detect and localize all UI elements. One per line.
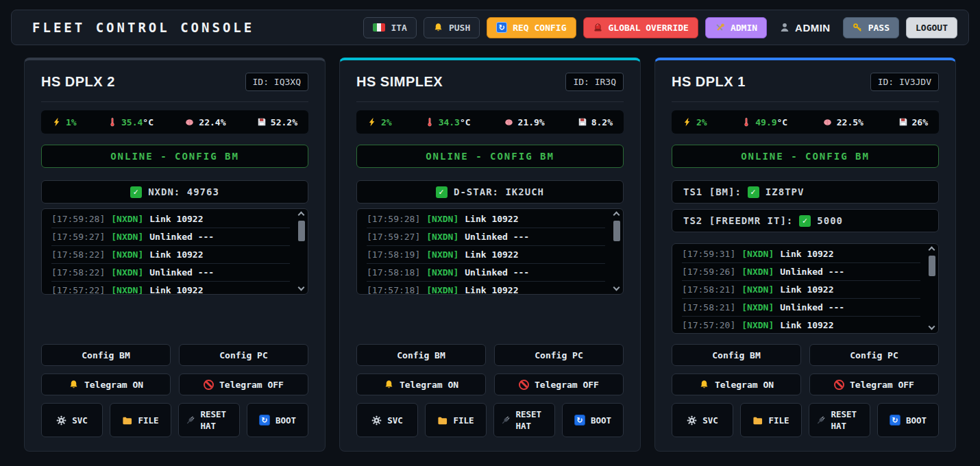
push-button[interactable]: PUSH xyxy=(424,17,480,38)
pass-button[interactable]: PASS xyxy=(843,17,899,38)
file-button[interactable]: FILE xyxy=(110,403,171,437)
log-row: [17:58:21][NXDN]Unlinked --- xyxy=(682,299,920,317)
boot-button[interactable]: BOOT xyxy=(877,403,939,437)
config-pc-button[interactable]: Config PC xyxy=(809,344,939,366)
lightning-icon xyxy=(52,117,62,127)
hotspot-card-hs-simplex: HS SIMPLEX ID: IR3Q 2% 34.3°C 21.9% 8.2%… xyxy=(339,58,641,452)
config-pc-button[interactable]: Config PC xyxy=(179,344,308,366)
brain-icon xyxy=(822,117,833,127)
log-panel: [17:59:28][NXDN]Link 10922 [17:59:27][NX… xyxy=(356,208,624,295)
device-id-badge: ID: IQ3XQ xyxy=(245,73,308,91)
logout-button[interactable]: LOGOUT xyxy=(906,17,957,38)
svc-button[interactable]: SVC xyxy=(356,403,418,437)
no-entry-icon xyxy=(519,380,529,390)
reset-hat-button[interactable]: RESET HAT xyxy=(809,403,870,437)
telegram-on-button[interactable]: Telegram ON xyxy=(672,373,801,395)
card-actions: Config BM Config PC Telegram ON Telegram… xyxy=(41,344,308,437)
telegram-off-button[interactable]: Telegram OFF xyxy=(809,373,939,395)
plug-icon xyxy=(816,415,826,426)
thermometer-icon xyxy=(742,117,751,127)
telegram-on-button[interactable]: Telegram ON xyxy=(41,373,171,395)
divider xyxy=(356,101,624,102)
network-row-nxdn: NXDN: 49763 xyxy=(41,180,308,204)
scrollbar-thumb[interactable] xyxy=(298,221,305,241)
log-panel: [17:59:31][NXDN]Link 10922 [17:59:26][NX… xyxy=(672,243,939,334)
power-stat: 1% xyxy=(52,117,77,127)
log-row: [17:59:31][NXDN]Link 10922 xyxy=(682,245,920,263)
scroll-down-icon[interactable] xyxy=(613,284,620,291)
telegram-off-button[interactable]: Telegram OFF xyxy=(494,373,624,395)
gear-icon xyxy=(687,415,697,426)
language-button[interactable]: ITA xyxy=(363,17,416,38)
telegram-on-button[interactable]: Telegram ON xyxy=(356,373,486,395)
power-stat: 2% xyxy=(683,117,707,127)
floppy-disk-icon xyxy=(578,117,587,127)
scroll-up-icon[interactable] xyxy=(613,212,620,219)
key-icon xyxy=(853,23,863,33)
bell-icon xyxy=(69,380,79,390)
lightning-icon xyxy=(683,117,692,127)
network-row-dstar: D-STAR: IK2UCH xyxy=(356,180,624,204)
global-override-button[interactable]: GLOBAL OVERRIDE xyxy=(583,17,698,38)
disk-stat: 8.2% xyxy=(578,117,613,127)
boot-button[interactable]: BOOT xyxy=(247,403,308,437)
scroll-up-icon[interactable] xyxy=(298,212,305,219)
log-row: [17:58:21][NXDN]Link 10922 xyxy=(682,281,920,299)
power-stat: 2% xyxy=(367,117,392,127)
temperature-stat: 49.9°C xyxy=(742,117,787,127)
checkbox-checked-icon xyxy=(436,186,448,198)
tools-icon xyxy=(715,23,725,33)
status-badge: ONLINE - CONFIG BM xyxy=(356,145,624,168)
svc-button[interactable]: SVC xyxy=(672,403,733,437)
reset-hat-button[interactable]: RESET HAT xyxy=(178,403,240,437)
boot-button[interactable]: BOOT xyxy=(562,403,624,437)
scrollbar-thumb[interactable] xyxy=(613,221,620,241)
file-button[interactable]: FILE xyxy=(425,403,487,437)
config-bm-button[interactable]: Config BM xyxy=(356,344,486,366)
user-icon xyxy=(779,22,790,33)
file-button[interactable]: FILE xyxy=(740,403,802,437)
scroll-down-icon[interactable] xyxy=(298,284,305,291)
stats-bar: 2% 34.3°C 21.9% 8.2% xyxy=(356,110,624,134)
scroll-up-icon[interactable] xyxy=(929,247,935,254)
timeslot-1-row: TS1 [BM]: IZ8TPV xyxy=(672,180,939,204)
config-pc-button[interactable]: Config PC xyxy=(494,344,624,366)
log-row: [17:57:20][NXDN]Link 10922 xyxy=(682,317,920,334)
thermometer-icon xyxy=(425,117,434,127)
card-title: HS SIMPLEX xyxy=(356,74,443,90)
log-scrollbar[interactable] xyxy=(297,210,306,293)
bell-icon xyxy=(699,380,709,390)
log-row: [17:58:22][NXDN]Link 10922 xyxy=(51,246,290,264)
folder-icon xyxy=(752,415,763,426)
floppy-disk-icon xyxy=(898,117,908,127)
checkbox-checked-icon xyxy=(799,215,811,227)
req-config-button[interactable]: REQ CONFIG xyxy=(487,17,576,38)
log-scrollbar[interactable] xyxy=(612,210,621,293)
timeslot-2-row: TS2 [FREEDMR IT]: 5000 xyxy=(672,209,939,232)
divider xyxy=(41,101,308,102)
log-row: [17:57:22][NXDN]Link 10922 xyxy=(51,282,290,295)
config-bm-button[interactable]: Config BM xyxy=(41,344,171,366)
stats-bar: 1% 35.4°C 22.4% 52.2% xyxy=(41,110,308,134)
admin-button[interactable]: ADMIN xyxy=(705,17,767,38)
status-badge: ONLINE - CONFIG BM xyxy=(41,145,308,168)
log-row: [17:58:18][NXDN]Unlinked --- xyxy=(367,264,605,282)
reset-hat-button[interactable]: RESET HAT xyxy=(493,403,555,437)
brain-icon xyxy=(184,117,195,127)
italy-flag-icon xyxy=(373,23,385,32)
cpu-stat: 21.9% xyxy=(504,117,545,127)
refresh-icon xyxy=(890,415,901,426)
telegram-off-button[interactable]: Telegram OFF xyxy=(179,373,308,395)
disk-stat: 26% xyxy=(898,117,928,127)
config-bm-button[interactable]: Config BM xyxy=(672,344,801,366)
log-scrollbar[interactable] xyxy=(927,245,936,332)
bell-icon xyxy=(384,380,394,390)
gear-icon xyxy=(371,415,382,426)
hotspot-card-hs-dplx-2: HS DPLX 2 ID: IQ3XQ 1% 35.4°C 22.4% 52.2… xyxy=(24,58,326,452)
scroll-down-icon[interactable] xyxy=(929,323,935,330)
app-header: FLEET CONTROL CONSOLE ITA PUSH REQ CONFI… xyxy=(11,10,969,45)
log-row: [17:58:22][NXDN]Unlinked --- xyxy=(51,264,290,282)
svc-button[interactable]: SVC xyxy=(41,403,103,437)
card-title: HS DPLX 2 xyxy=(41,74,115,90)
scrollbar-thumb[interactable] xyxy=(929,256,935,276)
